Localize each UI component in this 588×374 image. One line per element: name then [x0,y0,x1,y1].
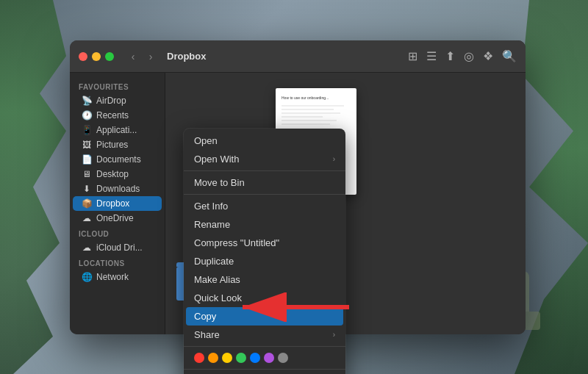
menu-separator [184,369,345,370]
color-dot-gray[interactable] [278,353,288,363]
sidebar-item-icloud-drive[interactable]: ☁ iCloud Dri... [73,240,162,255]
toolbar-right: ⊞ ☰ ⬆ ◎ ❖ 🔍 [408,49,517,63]
sidebar-item-label: Dropbox [96,198,129,209]
sidebar-item-airdrop[interactable]: 📡 AirDrop [73,93,162,108]
sidebar-item-label: AirDrop [96,96,126,106]
pictures-icon: 🖼 [82,140,92,150]
favourites-label: Favourites [70,79,165,93]
dropbox-folder-icon: 📦 [82,198,92,209]
sidebar: Favourites 📡 AirDrop 🕐 Recents 📱 Applica… [70,73,165,334]
maximize-button[interactable] [105,52,114,61]
menu-item-compress[interactable]: Compress "Untitled" [184,234,345,252]
menu-item-get-info[interactable]: Get Info [184,197,345,215]
icloud-icon: ☁ [82,242,92,253]
menu-item-label: Copy [194,311,216,322]
menu-item-open[interactable]: Open [184,132,345,150]
sidebar-item-label: Documents [96,154,141,165]
menu-separator [184,170,345,171]
sidebar-item-label: Applicati... [96,125,137,135]
menu-item-label: Make Alias [194,274,240,285]
menu-item-label: Duplicate [194,256,234,267]
back-button[interactable]: ‹ [126,49,140,64]
documents-icon: 📄 [82,154,92,165]
doc-line [282,116,323,118]
sidebar-item-dropbox[interactable]: 📦 Dropbox [73,196,162,211]
doc-preview-text: How to use our onboarding... [282,96,351,101]
sidebar-item-onedrive[interactable]: ☁ OneDrive [73,211,162,226]
submenu-arrow-icon: › [333,155,335,163]
menu-item-label: Get Info [194,201,228,212]
applications-icon: 📱 [82,125,92,135]
menu-item-duplicate[interactable]: Duplicate [184,252,345,270]
sidebar-item-label: Downloads [96,184,140,194]
sidebar-item-network[interactable]: 🌐 Network [73,270,162,284]
icloud-label: iCloud [70,226,165,240]
sidebar-item-documents[interactable]: 📄 Documents [73,152,162,167]
sidebar-item-label: Desktop [96,169,129,179]
menu-item-label: Open With [194,154,239,165]
doc-line [282,112,340,114]
downloads-icon: ⬇ [82,184,92,194]
view-icon[interactable]: ⊞ [408,49,417,63]
sidebar-item-label: Pictures [96,140,128,150]
color-dot-red[interactable] [194,353,204,363]
menu-item-move-to-bin[interactable]: Move to Bin [184,173,345,192]
menu-item-open-with[interactable]: Open With › [184,150,345,168]
menu-separator [184,346,345,347]
title-bar: ‹ › Dropbox ⊞ ☰ ⬆ ◎ ❖ 🔍 [70,40,526,73]
forward-button[interactable]: › [143,49,158,64]
context-menu: Open Open With › Move to Bin Get Info Re… [184,129,345,374]
menu-item-label: Rename [194,219,230,230]
color-dot-yellow[interactable] [222,353,232,363]
sidebar-item-label: iCloud Dri... [96,242,143,253]
desktop-icon: 🖥 [82,169,92,179]
nav-buttons: ‹ › [126,49,158,64]
color-dots-row [184,349,345,367]
color-dot-orange[interactable] [208,353,218,363]
window-title: Dropbox [167,51,206,62]
menu-item-make-alias[interactable]: Make Alias [184,270,345,289]
doc-line [282,105,344,107]
menu-item-label: Share [194,329,220,340]
sidebar-item-label: Network [96,272,129,282]
submenu-arrow-icon: › [333,331,335,339]
sidebar-item-desktop[interactable]: 🖥 Desktop [73,167,162,181]
color-dot-blue[interactable] [250,353,260,363]
minimize-button[interactable] [92,52,101,61]
doc-line [282,120,337,121]
onedrive-icon: ☁ [82,213,92,223]
color-dot-purple[interactable] [264,353,274,363]
action-icon[interactable]: ⬆ [445,49,455,63]
doc-line [282,109,334,110]
sidebar-item-label: Recents [96,110,129,121]
share-icon[interactable]: ❖ [483,49,493,63]
close-button[interactable] [79,52,87,61]
color-dot-green[interactable] [236,353,246,363]
red-arrow [235,292,353,325]
sidebar-item-recents[interactable]: 🕐 Recents [73,108,162,123]
doc-line [282,123,330,125]
menu-item-share[interactable]: Share › [184,326,345,344]
sort-icon[interactable]: ☰ [426,49,437,63]
locations-label: Locations [70,255,165,270]
traffic-lights [79,52,114,61]
sidebar-item-applications[interactable]: 📱 Applicati... [73,123,162,137]
menu-item-rename[interactable]: Rename [184,215,345,234]
recents-icon: 🕐 [82,110,92,121]
search-icon[interactable]: 🔍 [502,49,517,63]
menu-item-label: Open [194,135,218,146]
sidebar-item-pictures[interactable]: 🖼 Pictures [73,137,162,152]
menu-item-label: Compress "Untitled" [194,237,279,248]
airdrop-icon: 📡 [82,96,92,106]
sidebar-item-label: OneDrive [96,213,134,223]
menu-item-label: Move to Bin [194,177,245,188]
sidebar-item-downloads[interactable]: ⬇ Downloads [73,181,162,196]
menu-separator [184,194,345,195]
tag-icon[interactable]: ◎ [464,49,474,63]
network-icon: 🌐 [82,272,92,282]
